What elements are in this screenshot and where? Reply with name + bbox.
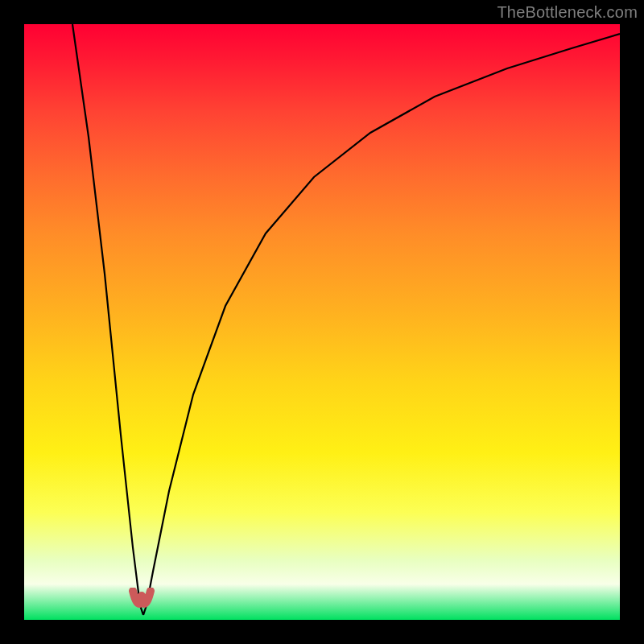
curve-left-branch bbox=[72, 24, 143, 615]
chart-frame: TheBottleneck.com bbox=[0, 0, 644, 644]
watermark-text: TheBottleneck.com bbox=[497, 3, 638, 22]
plot-area bbox=[24, 24, 620, 620]
bottleneck-curve bbox=[24, 24, 620, 620]
curve-right-branch bbox=[143, 34, 620, 615]
